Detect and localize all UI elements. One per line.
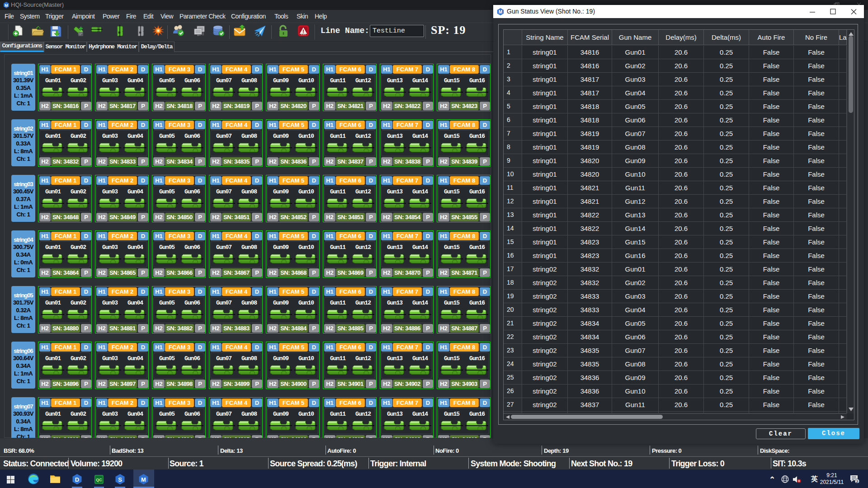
svg-text:2: 2 <box>856 479 858 484</box>
svg-text:QC: QC <box>96 478 102 482</box>
svg-text:M: M <box>141 476 146 483</box>
svg-text:S: S <box>118 476 122 483</box>
svg-text:D: D <box>75 476 79 483</box>
svg-text:ALARM: ALARM <box>301 34 306 36</box>
svg-text:M: M <box>499 9 502 14</box>
svg-text:M: M <box>5 3 8 8</box>
